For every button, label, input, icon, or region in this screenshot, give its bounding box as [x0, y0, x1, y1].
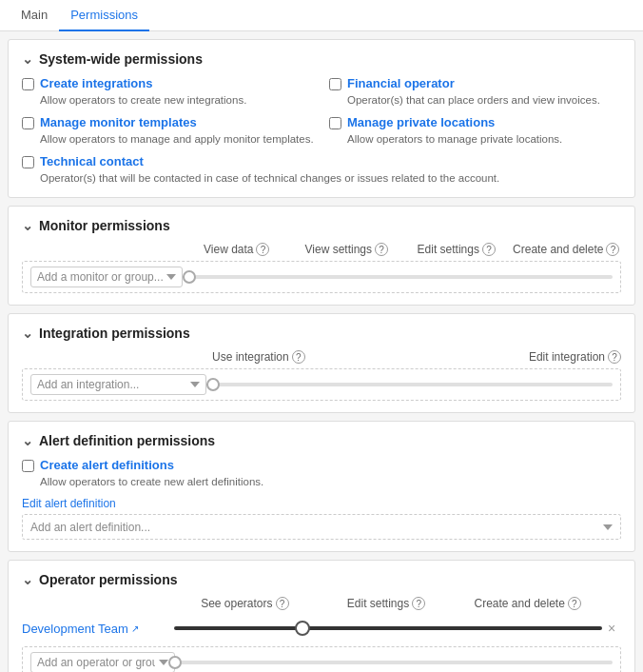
operator-add-track[interactable]: [175, 661, 613, 664]
operator-dev-team-delete[interactable]: ×: [602, 619, 621, 638]
monitor-col-headers: View data ? View settings ? Edit setting…: [22, 243, 621, 256]
operator-add-thumb[interactable]: [168, 656, 182, 669]
monitor-track: [183, 267, 613, 287]
page-container: Main Permissions System-wide permissions…: [0, 0, 643, 672]
operator-dev-team-row: Development Team ↗ ×: [22, 614, 621, 642]
operator-dev-team-track-wrap: [174, 619, 602, 638]
operator-add-track-wrap: [175, 653, 613, 672]
add-operator-row: Add an operator or group...: [22, 646, 621, 672]
operator-permissions-title: Operator permissions: [22, 572, 621, 587]
create-integrations-label: Create integrations: [40, 76, 152, 90]
integration-permissions-title: Integration permissions: [22, 326, 621, 341]
perm-technical-contact: Technical contact Operator(s) that will …: [22, 154, 621, 186]
view-settings-help-icon[interactable]: ?: [375, 243, 388, 256]
monitor-col-view-settings: View settings ?: [292, 243, 402, 256]
financial-operator-label: Financial operator: [347, 76, 455, 90]
operator-col-create-delete: Create and delete ?: [457, 597, 598, 610]
create-integrations-checkbox[interactable]: [22, 78, 34, 90]
alert-select-wrapper: Add an alert definition...: [22, 514, 621, 540]
create-delete-help-icon[interactable]: ?: [606, 243, 619, 256]
alert-permissions-section: Alert definition permissions Create aler…: [8, 421, 635, 552]
operator-external-link-icon: ↗: [131, 623, 139, 634]
financial-operator-desc: Operator(s) that can place orders and vi…: [347, 92, 621, 108]
perm-manage-monitor-templates: Manage monitor templates Allow operators…: [22, 115, 314, 147]
operator-col-see: See operators ?: [174, 597, 316, 610]
monitor-thumb[interactable]: [183, 270, 196, 284]
edit-integration-help-icon[interactable]: ?: [608, 350, 621, 364]
alert-permissions-title: Alert definition permissions: [22, 433, 621, 448]
monitor-col-view-data: View data ?: [182, 243, 292, 256]
operator-group-select[interactable]: Add an operator or group...: [30, 652, 175, 672]
operator-dev-team-track[interactable]: [174, 626, 602, 630]
integration-col-use: Use integration ?: [212, 350, 417, 364]
alert-def-select[interactable]: Add an alert definition...: [30, 521, 613, 534]
create-integrations-desc: Allow operators to create new integratio…: [40, 92, 314, 108]
tab-main[interactable]: Main: [10, 0, 59, 31]
technical-contact-label: Technical contact: [40, 154, 144, 168]
monitor-permissions-title: Monitor permissions: [22, 218, 621, 233]
perm-manage-private-locations: Manage private locations Allow operators…: [329, 115, 621, 147]
create-alert-defs-checkbox[interactable]: [22, 460, 34, 472]
manage-private-locations-label: Manage private locations: [347, 115, 495, 129]
operator-dev-team-link[interactable]: Development Team ↗: [22, 622, 174, 636]
monitor-group-select[interactable]: Add a monitor or group...: [30, 267, 183, 287]
monitor-select-wrapper: Add a monitor or group...: [30, 267, 183, 287]
create-alert-defs-label: Create alert definitions: [40, 458, 174, 472]
use-integration-help-icon[interactable]: ?: [292, 350, 305, 364]
operator-col-headers: See operators ? Edit settings ? Create a…: [22, 597, 621, 610]
operator-create-delete-help-icon[interactable]: ?: [568, 597, 581, 610]
tabs-bar: Main Permissions: [0, 0, 643, 31]
technical-contact-checkbox[interactable]: [22, 156, 34, 168]
system-permissions-title: System-wide permissions: [22, 51, 621, 67]
manage-private-locations-desc: Allow operators to manage private locati…: [347, 131, 621, 147]
manage-monitor-templates-desc: Allow operators to manage and apply moni…: [40, 131, 314, 147]
monitor-permissions-section: Monitor permissions View data ? View set…: [8, 206, 635, 306]
operator-dev-team-thumb[interactable]: [295, 621, 310, 636]
monitor-slider-track[interactable]: [183, 275, 613, 279]
perm-create-alert-defs: Create alert definitions Allow operators…: [22, 458, 621, 489]
integration-slider-track[interactable]: [206, 383, 613, 386]
technical-contact-desc: Operator(s) that will be contacted in ca…: [40, 170, 621, 186]
integration-select[interactable]: Add an integration...: [30, 374, 206, 395]
view-data-help-icon[interactable]: ?: [256, 243, 269, 256]
edit-settings-help-icon[interactable]: ?: [482, 243, 496, 256]
manage-private-locations-checkbox[interactable]: [329, 117, 341, 129]
operator-select-wrapper: Add an operator or group...: [30, 652, 175, 672]
integration-select-wrapper: Add an integration...: [30, 374, 206, 395]
edit-alert-label: Edit alert definition: [22, 497, 621, 510]
integration-track: [206, 375, 613, 394]
perm-create-integrations: Create integrations Allow operators to c…: [22, 76, 314, 108]
integration-permissions-section: Integration permissions Use integration …: [8, 313, 635, 413]
manage-monitor-templates-checkbox[interactable]: [22, 117, 34, 129]
see-operators-help-icon[interactable]: ?: [276, 597, 289, 610]
operator-permissions-section: Operator permissions See operators ? Edi…: [8, 560, 635, 672]
integration-thumb[interactable]: [206, 378, 220, 391]
manage-monitor-templates-label: Manage monitor templates: [40, 115, 197, 129]
monitor-col-create-delete: Create and delete ?: [512, 243, 622, 256]
integration-col-headers: Use integration ? Edit integration ?: [22, 350, 621, 364]
integration-col-edit: Edit integration ?: [417, 350, 621, 364]
integration-slider-row: Add an integration...: [22, 368, 621, 401]
financial-operator-checkbox[interactable]: [329, 78, 341, 90]
operator-name-wrapper: Development Team ↗: [22, 622, 174, 636]
perm-financial-operator: Financial operator Operator(s) that can …: [329, 76, 621, 108]
system-permissions-grid: Create integrations Allow operators to c…: [22, 76, 621, 186]
monitor-slider-row: Add a monitor or group...: [22, 261, 621, 293]
system-permissions-section: System-wide permissions Create integrati…: [8, 39, 635, 198]
operator-col-edit: Edit settings ?: [316, 597, 458, 610]
monitor-col-edit-settings: Edit settings ?: [401, 243, 512, 256]
tab-permissions[interactable]: Permissions: [59, 0, 149, 31]
operator-edit-settings-help-icon[interactable]: ?: [412, 597, 425, 610]
create-alert-defs-desc: Allow operators to create new alert defi…: [40, 474, 621, 489]
